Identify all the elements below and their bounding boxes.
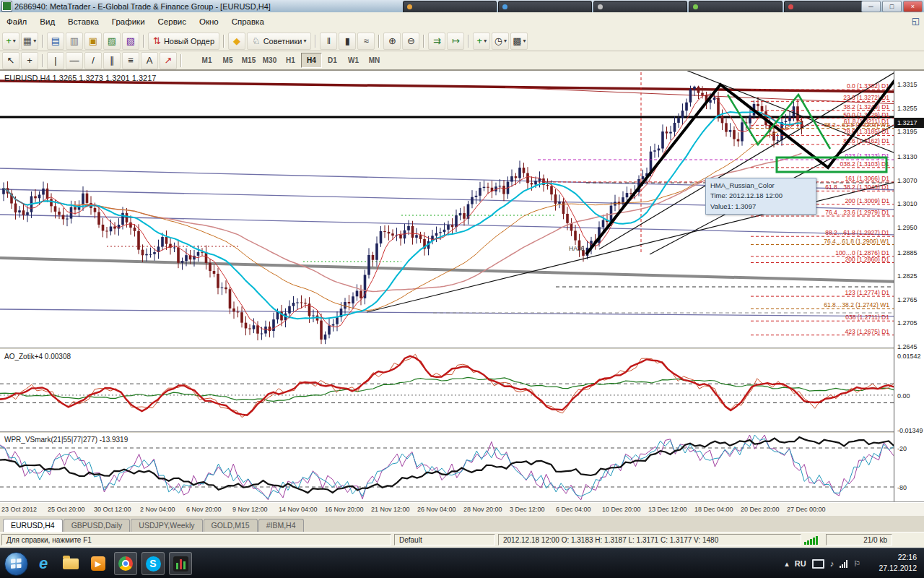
auto-scroll-button[interactable]: ⇉ <box>428 33 445 50</box>
cursor-button[interactable]: ↖ <box>2 52 19 69</box>
crosshair-button[interactable]: + <box>21 52 38 69</box>
navigator-button[interactable]: ▣ <box>84 33 102 50</box>
templates-button[interactable]: ▩▾ <box>510 33 528 50</box>
price-axis-label: 1.3130 <box>897 153 918 160</box>
chart-tab-GOLD,M15[interactable]: GOLD,M15 <box>204 519 258 532</box>
dropdown-arrow-icon[interactable]: ▾ <box>523 38 526 44</box>
new-order-button-label: Новый Ордер <box>164 37 214 46</box>
channel-icon: ∥ <box>110 56 115 65</box>
wpr-indicator-pane[interactable] <box>0 434 894 501</box>
chart-tab-GBPUSD,Daily[interactable]: GBPUSD,Daily <box>64 519 131 532</box>
period-M15[interactable]: M15 <box>238 53 259 68</box>
toolbar-separator <box>180 54 182 67</box>
line-chart-type-button[interactable]: ≈ <box>357 33 375 50</box>
candle-chart-type-button[interactable]: ▮ <box>339 33 356 50</box>
dropdown-arrow-icon[interactable]: ▾ <box>33 38 36 44</box>
action-center-flag-icon[interactable]: ⚐ <box>853 559 860 569</box>
chart-tab-#IBM,H4[interactable]: #IBM,H4 <box>258 519 304 532</box>
svg-text:123 (1.2774) D1: 123 (1.2774) D1 <box>845 289 890 296</box>
explorer-folder-icon[interactable] <box>59 552 82 575</box>
toolbar-separator <box>315 35 316 48</box>
skype-icon[interactable]: S <box>141 552 165 575</box>
expert-advisors-button[interactable]: ♘Советники▾ <box>247 33 311 50</box>
zoom-out-button[interactable]: ⊖ <box>402 33 419 50</box>
profiles-button[interactable]: ▦▾ <box>21 33 38 50</box>
wifi-icon[interactable] <box>840 560 847 568</box>
metaeditor-button[interactable]: ◆ <box>228 33 245 50</box>
vertical-line-button[interactable]: | <box>47 52 64 69</box>
market-watch-button[interactable]: ▤ <box>47 33 64 50</box>
new-chart-button[interactable]: +▾ <box>2 33 19 50</box>
channel-button[interactable]: ∥ <box>103 52 121 69</box>
new-order-button[interactable]: ⇅Новый Ордер <box>148 33 219 50</box>
ao-indicator-pane[interactable] <box>0 350 894 431</box>
taskbar-clock[interactable]: 22:16 27.12.2012 <box>879 552 917 574</box>
period-M30[interactable]: M30 <box>259 53 280 68</box>
arrows-button[interactable]: ↗ <box>160 52 177 69</box>
title-bar[interactable]: 2686940: MetaTrader - E-Global Trade & F… <box>0 0 924 13</box>
chart-tab-EURUSD,H4[interactable]: EURUSD,H4 <box>3 519 63 532</box>
status-traffic: 21/0 kb <box>826 534 892 545</box>
metatrader-taskbar-icon[interactable] <box>169 552 192 575</box>
chrome-icon[interactable] <box>114 552 137 575</box>
dropdown-arrow-icon[interactable]: ▾ <box>13 38 16 44</box>
period-MN[interactable]: MN <box>364 53 385 68</box>
fibonacci-button[interactable]: ≡ <box>122 52 139 69</box>
chart-tab-USDJPY,Weekly[interactable]: USDJPY,Weekly <box>131 519 202 532</box>
menu-Графики[interactable]: Графики <box>105 14 152 30</box>
text-button[interactable]: A <box>141 52 158 69</box>
period-D1[interactable]: D1 <box>322 53 343 68</box>
period-M1[interactable]: M1 <box>196 53 217 68</box>
tooltip-title: HMA_Russian_Color <box>710 181 811 191</box>
period-H1[interactable]: H1 <box>280 53 301 68</box>
bar-chart-type-button[interactable]: ‖ <box>320 33 337 50</box>
maximize-button[interactable]: □ <box>882 1 902 12</box>
dropdown-arrow-icon[interactable]: ▾ <box>504 38 507 44</box>
tray-expand-icon[interactable]: ▴ <box>785 559 789 569</box>
menu-Окно[interactable]: Окно <box>193 14 225 30</box>
network-monitor-icon[interactable] <box>812 559 824 569</box>
internet-explorer-icon[interactable]: e <box>32 552 55 575</box>
status-profile[interactable]: Default <box>394 534 495 545</box>
strategy-tester-button[interactable]: ▧ <box>122 33 139 50</box>
svg-text:78.6 (1.3185) D1: 78.6 (1.3185) D1 <box>843 128 889 135</box>
child-window-restore-icon[interactable]: ◱ <box>912 16 920 26</box>
indicators-button[interactable]: +▾ <box>473 33 490 50</box>
menu-Файл[interactable]: Файл <box>0 14 33 30</box>
time-axis-label: 10 Dec 20:00 <box>602 506 641 513</box>
dropdown-arrow-icon[interactable]: ▾ <box>484 38 487 44</box>
horizontal-line-icon: — <box>70 56 79 65</box>
volume-icon[interactable]: ♪ <box>830 559 834 568</box>
language-indicator[interactable]: RU <box>795 559 806 568</box>
terminal-icon: ▨ <box>108 36 116 46</box>
minimize-button[interactable]: ─ <box>861 1 881 12</box>
trendline-button[interactable]: / <box>84 52 102 69</box>
price-axis-label: 1.2950 <box>897 224 918 231</box>
menu-Вставка[interactable]: Вставка <box>61 14 105 30</box>
period-M5[interactable]: M5 <box>217 53 238 68</box>
time-axis[interactable]: 23 Oct 201225 Oct 20:0030 Oct 12:002 Nov… <box>0 503 924 517</box>
wpr-axis-label: -20 <box>897 445 907 452</box>
menu-Справка[interactable]: Справка <box>225 14 271 30</box>
terminal-button[interactable]: ▨ <box>103 33 121 50</box>
start-button[interactable] <box>4 552 28 576</box>
metatrader-window: 2686940: MetaTrader - E-Global Trade & F… <box>0 0 924 578</box>
period-H4[interactable]: H4 <box>301 53 322 68</box>
tooltip-value: Value1: 1.3097 <box>710 202 811 212</box>
time-axis-label: 26 Nov 04:00 <box>417 506 456 513</box>
horizontal-line-button[interactable]: — <box>66 52 83 69</box>
price-axis[interactable]: 1.3217 1.33151.32551.31951.31301.30701.3… <box>894 71 924 501</box>
menu-Вид[interactable]: Вид <box>33 14 61 30</box>
dropdown-arrow-icon[interactable]: ▾ <box>303 38 306 44</box>
data-window-button[interactable]: ▥ <box>66 33 83 50</box>
svg-text:161 (1.3066) D1: 161 (1.3066) D1 <box>845 175 890 182</box>
svg-text:61.8…38.2 (1.2742) W1: 61.8…38.2 (1.2742) W1 <box>824 301 889 309</box>
menu-Сервис[interactable]: Сервис <box>152 14 193 30</box>
zoom-in-button[interactable]: ⊕ <box>383 33 401 50</box>
close-button[interactable]: × <box>903 1 923 12</box>
toolbar-separator <box>378 35 380 48</box>
chart-shift-button[interactable]: ↦ <box>447 33 464 50</box>
period-W1[interactable]: W1 <box>343 53 364 68</box>
media-player-icon[interactable]: ▶ <box>87 552 110 575</box>
periods-button[interactable]: ◷▾ <box>492 33 509 50</box>
